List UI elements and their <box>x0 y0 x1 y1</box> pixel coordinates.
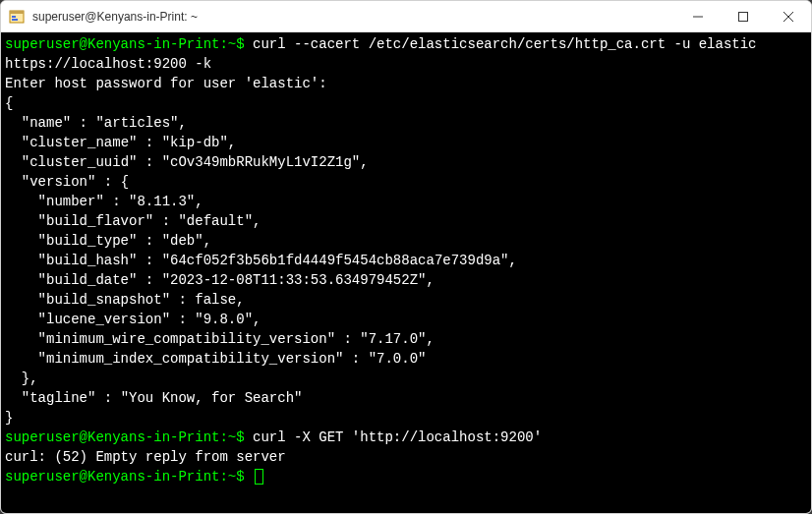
output-line: "tagline" : "You Know, for Search" <box>5 388 807 408</box>
shell-prompt: superuser@Kenyans-in-Print:~$ <box>5 36 245 52</box>
svg-rect-2 <box>12 16 16 18</box>
output-line: Enter host password for user 'elastic': <box>5 74 807 93</box>
output-line: "name" : "articles", <box>5 113 807 133</box>
output-line: "build_date" : "2023-12-08T11:33:53.6349… <box>5 270 807 290</box>
output-line: "version" : { <box>5 172 807 192</box>
output-line: "cluster_name" : "kip-db", <box>5 133 807 152</box>
titlebar[interactable]: superuser@Kenyans-in-Print: ~ <box>1 1 811 32</box>
shell-prompt: superuser@Kenyans-in-Print:~$ <box>5 429 245 445</box>
close-button[interactable] <box>766 1 811 32</box>
terminal-window: superuser@Kenyans-in-Print: ~ superuser@… <box>0 0 812 514</box>
output-line: "build_flavor" : "default", <box>5 211 807 231</box>
output-line: "cluster_uuid" : "cOv349mbRRukMyL1vI2Z1g… <box>5 152 807 172</box>
app-icon <box>9 9 25 25</box>
output-line: "minimum_wire_compatibility_version" : "… <box>5 329 807 349</box>
output-line: "build_type" : "deb", <box>5 231 807 251</box>
svg-rect-1 <box>10 11 24 14</box>
output-line: "number" : "8.11.3", <box>5 192 807 211</box>
output-line: "build_snapshot" : false, <box>5 290 807 310</box>
output-line: "build_hash" : "64cf052f3b56b1fd4449f545… <box>5 251 807 270</box>
command-text: curl -X GET 'http://localhost:9200' <box>245 429 542 445</box>
minimize-button[interactable] <box>675 1 721 32</box>
output-line: { <box>5 93 807 113</box>
maximize-button[interactable] <box>721 1 766 32</box>
terminal-body[interactable]: superuser@Kenyans-in-Print:~$ curl --cac… <box>1 32 811 513</box>
shell-prompt: superuser@Kenyans-in-Print:~$ <box>5 469 245 485</box>
output-line: "minimum_index_compatibility_version" : … <box>5 349 807 369</box>
window-controls <box>675 1 811 31</box>
window-title: superuser@Kenyans-in-Print: ~ <box>32 10 675 24</box>
output-line: "lucene_version" : "9.8.0", <box>5 310 807 329</box>
svg-rect-5 <box>739 13 748 22</box>
output-line: }, <box>5 369 807 388</box>
output-line: } <box>5 408 807 428</box>
output-line: curl: (52) Empty reply from server <box>5 447 807 467</box>
cursor-icon <box>255 469 263 485</box>
svg-rect-3 <box>12 19 18 21</box>
